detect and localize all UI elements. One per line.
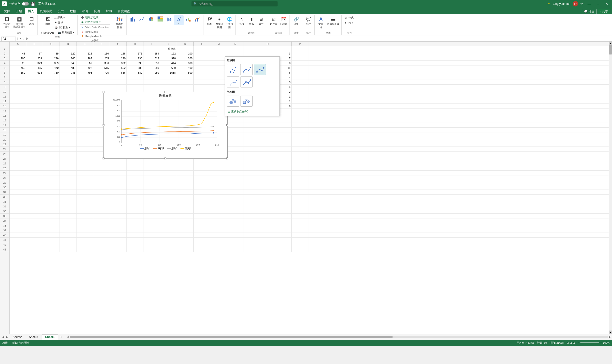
row-num-26[interactable]: 26 <box>0 166 9 171</box>
col-header-E[interactable]: E <box>77 42 93 46</box>
cell-L6[interactable] <box>194 70 210 75</box>
cell-O1[interactable] <box>244 46 292 51</box>
row-num-10[interactable]: 10 <box>0 89 9 94</box>
chart-handle-bc[interactable] <box>165 157 166 159</box>
autosave-toggle[interactable] <box>22 2 29 5</box>
cell-G1[interactable] <box>110 46 127 51</box>
header-footer-button[interactable]: ▬ 页眉和页脚 <box>326 15 340 30</box>
cell-F5[interactable]: 515 <box>93 65 110 70</box>
data-viz-button[interactable]: ◈ 数据透视图 <box>215 15 224 30</box>
cell-D1[interactable] <box>60 46 77 51</box>
equation-button[interactable]: π 公式 <box>344 15 355 20</box>
table-row[interactable] <box>10 132 609 137</box>
tab-view[interactable]: 视图 <box>91 8 103 14</box>
cell-H1[interactable] <box>127 46 143 51</box>
cell-P6[interactable] <box>292 70 308 75</box>
cell-B4[interactable]: 329 <box>26 61 43 65</box>
col-header-K[interactable]: K <box>177 42 194 46</box>
table-row[interactable] <box>10 199 609 204</box>
chart-handle-br[interactable] <box>226 157 228 159</box>
cell-G5[interactable]: 562 <box>110 65 127 70</box>
cell-L3[interactable] <box>194 56 210 61</box>
sheet-tab-sheet3[interactable]: Sheet3 <box>25 334 42 340</box>
row-num-39[interactable]: 39 <box>0 228 9 233</box>
people-graph-button[interactable]: P People Graph <box>80 34 110 39</box>
row-num-17[interactable]: 17 <box>0 123 9 128</box>
visio-button[interactable]: V Visio Data Visualizer <box>80 24 110 29</box>
horizontal-scrollbar[interactable]: ◀ ▶ <box>67 336 611 338</box>
get-addins-button[interactable]: ➕ 获取加载项 <box>80 15 110 20</box>
row-num-41[interactable]: 41 <box>0 238 9 242</box>
cell-E5[interactable]: 492 <box>77 65 93 70</box>
row-num-27[interactable]: 27 <box>0 171 9 175</box>
map-button[interactable]: 🗺 地图 <box>205 15 214 26</box>
col-header-L[interactable]: L <box>194 42 210 46</box>
cell-H2[interactable]: 176 <box>127 51 143 56</box>
restore-button[interactable]: □ <box>595 2 601 6</box>
tab-data[interactable]: 数据 <box>67 8 79 14</box>
cell-G6[interactable]: 856 <box>110 70 127 75</box>
table-row[interactable] <box>10 118 609 123</box>
table-row[interactable] <box>10 190 609 195</box>
cell-C2[interactable]: 89 <box>43 51 60 56</box>
tab-help[interactable]: 帮助 <box>103 8 115 14</box>
scroll-thumb[interactable] <box>609 45 612 54</box>
row-num-23[interactable]: 23 <box>0 152 9 156</box>
hscroll-right-button[interactable]: ▶ <box>609 336 611 338</box>
line-chart-button[interactable] <box>138 15 146 23</box>
add-sheet-button[interactable]: + <box>58 334 64 340</box>
pie-chart-button[interactable] <box>147 15 155 23</box>
cell-D5[interactable]: 485 <box>60 65 77 70</box>
cell-P3[interactable] <box>292 56 308 61</box>
hscroll-track[interactable] <box>70 336 608 338</box>
table-button[interactable]: ⊟ 表格 <box>27 15 36 26</box>
row-num-32[interactable]: 32 <box>0 195 9 199</box>
more-charts-link[interactable]: ⊞ 更多散点图(M)... <box>227 109 278 114</box>
row-num-25[interactable]: 25 <box>0 161 9 166</box>
col-header-B[interactable]: B <box>26 42 43 46</box>
row-num-11[interactable]: 11 <box>0 94 9 99</box>
col-header-O[interactable]: O <box>244 42 292 46</box>
cell-P2[interactable] <box>292 51 308 56</box>
chart-handle-mr[interactable] <box>226 124 228 126</box>
cell-I1[interactable] <box>143 46 160 51</box>
minimize-button[interactable]: — <box>586 2 593 6</box>
cell-O2[interactable]: 3 <box>244 51 292 56</box>
cell-H4[interactable]: 395 <box>127 61 143 65</box>
row-num-34[interactable]: 34 <box>0 204 9 209</box>
row-num-1[interactable]: 1 <box>0 46 9 51</box>
cell-P1[interactable] <box>292 46 308 51</box>
table-row[interactable] <box>10 108 609 113</box>
line-sparkline-button[interactable]: ∿ 折线 <box>238 15 246 26</box>
cell-A3[interactable]: 205 <box>10 56 26 61</box>
cell-K5[interactable]: 400 <box>177 65 194 70</box>
table-row[interactable]: 1 <box>10 99 609 104</box>
tab-insert[interactable]: 插入 <box>25 8 37 14</box>
row-num-21[interactable]: 21 <box>0 142 9 147</box>
table-row[interactable] <box>10 123 609 128</box>
cell-D3[interactable]: 248 <box>60 56 77 61</box>
row-num-5[interactable]: 5 <box>0 65 9 70</box>
table-row[interactable] <box>10 185 609 190</box>
3dmap-button[interactable]: 🌐 三维地图 <box>225 15 234 30</box>
table-row[interactable]: 1 <box>10 94 609 99</box>
row-num-18[interactable]: 18 <box>0 128 9 132</box>
table-row[interactable] <box>10 204 609 209</box>
cell-C6[interactable]: 760 <box>43 70 60 75</box>
row-num-4[interactable]: 4 <box>0 61 9 65</box>
comment-btn[interactable]: 💬 批注 <box>582 9 596 14</box>
row-num-31[interactable]: 31 <box>0 190 9 195</box>
textbox-button[interactable]: A 文本框 <box>316 15 325 30</box>
embedded-chart[interactable]: 图表标题 0 200 400 600 800 1000 1200 1400 16… <box>103 92 228 159</box>
my-addins-button[interactable]: ◉ 我的加载项 ▾ <box>80 20 110 24</box>
table-row[interactable]: 3 <box>10 80 609 85</box>
link-button[interactable]: 🔗 链接 <box>292 15 300 26</box>
icons-button[interactable]: ★ 图标 <box>53 20 72 25</box>
close-button[interactable]: ✕ <box>603 2 610 6</box>
zoom-out-button[interactable]: − <box>578 341 579 344</box>
table-row[interactable] <box>10 180 609 185</box>
zoom-in-button[interactable]: + <box>600 341 602 344</box>
tab-file[interactable]: 文件 <box>1 8 13 14</box>
row-num-22[interactable]: 22 <box>0 147 9 152</box>
cell-F6[interactable]: 795 <box>93 70 110 75</box>
